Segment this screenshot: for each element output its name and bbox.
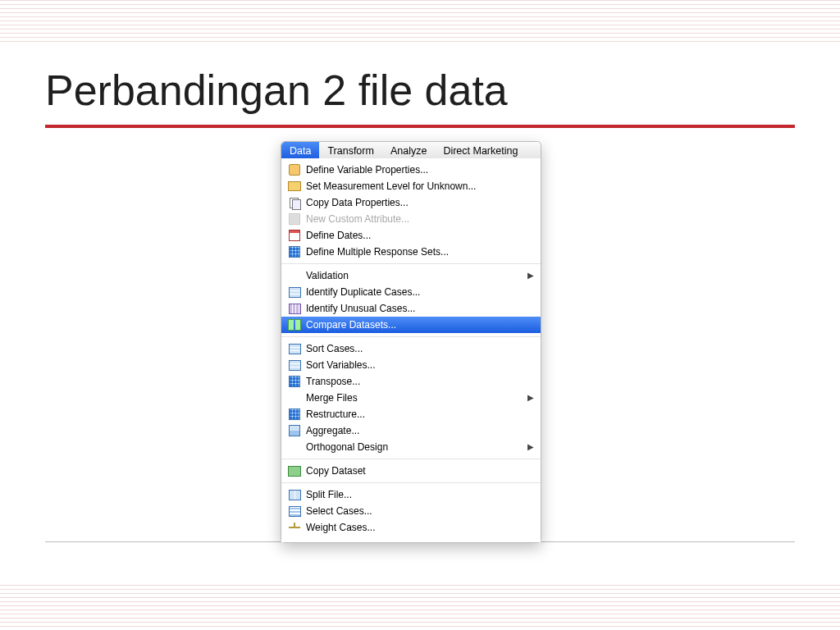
menu-item-restructure[interactable]: Restructure...: [281, 406, 541, 422]
box-icon: [288, 163, 301, 176]
menu-item-new-custom-attribute: New Custom Attribute...: [281, 211, 541, 227]
menu-item-identify-duplicate-cases[interactable]: Identify Duplicate Cases...: [281, 284, 541, 300]
grid-icon: [288, 245, 301, 258]
decorative-hatch-top: [0, 0, 840, 45]
spread-icon: [288, 342, 301, 355]
split-icon: [288, 488, 301, 501]
menu-item-label: Validation: [306, 270, 524, 281]
menu-item-split-file[interactable]: Split File...: [281, 486, 541, 503]
menu-item-define-multiple-response-sets[interactable]: Define Multiple Response Sets...: [281, 244, 541, 260]
menu-item-label: Define Multiple Response Sets...: [306, 246, 524, 258]
menubar-item-analyze[interactable]: Analyze: [382, 142, 435, 158]
menu-item-label: Split File...: [306, 489, 524, 500]
menu-item-copy-data-properties[interactable]: Copy Data Properties...: [281, 194, 541, 211]
menu-item-label: Define Variable Properties...: [306, 164, 524, 176]
menu-item-label: Sort Cases...: [306, 343, 524, 354]
menu-item-label: Identify Duplicate Cases...: [306, 286, 524, 298]
bars-icon: [288, 302, 301, 315]
menu-item-label: Aggregate...: [306, 425, 524, 436]
chevron-right-icon: ▶: [527, 442, 534, 451]
menu-item-define-dates[interactable]: Define Dates...: [281, 227, 541, 244]
grid-icon: [288, 408, 301, 421]
data-dropdown-menu: Define Variable Properties...Set Measure…: [281, 158, 541, 542]
menubar-item-direct-marketing[interactable]: Direct Marketing: [435, 142, 526, 158]
menu-item-label: Copy Dataset: [306, 465, 524, 477]
menu-item-weight-cases[interactable]: Weight Cases...: [281, 519, 541, 536]
grid-icon: [288, 375, 301, 388]
menu-item-orthogonal-design[interactable]: Orthogonal Design▶: [281, 439, 541, 455]
menu-item-merge-files[interactable]: Merge Files▶: [281, 390, 541, 406]
menu-item-compare-datasets[interactable]: Compare Datasets...: [281, 317, 541, 333]
copyds-icon: [288, 464, 301, 477]
menu-item-validation[interactable]: Validation▶: [281, 267, 541, 284]
copy-icon: [288, 196, 301, 209]
menu-separator: [281, 263, 541, 264]
menubar-item-data[interactable]: Data: [281, 142, 319, 158]
weight-icon: [288, 521, 301, 534]
decorative-hatch-bottom: [0, 585, 840, 630]
menu-item-label: Define Dates...: [306, 230, 524, 241]
ruler-icon: [288, 180, 301, 193]
menu-separator: [281, 482, 541, 483]
slide-title: Perbandingan 2 file data: [45, 66, 508, 115]
spread-icon: [288, 358, 301, 372]
spread-icon: [288, 285, 301, 299]
menu-item-set-measurement-level-for-unknown[interactable]: Set Measurement Level for Unknown...: [281, 178, 541, 194]
spss-menu-screenshot: DataTransformAnalyzeDirect Marketing Def…: [281, 141, 541, 543]
menu-item-select-cases[interactable]: Select Cases...: [281, 503, 541, 519]
chevron-right-icon: ▶: [527, 271, 534, 280]
slide: Perbandingan 2 file data DataTransformAn…: [0, 0, 840, 630]
menu-item-sort-cases[interactable]: Sort Cases...: [281, 340, 541, 357]
menu-item-define-variable-properties[interactable]: Define Variable Properties...: [281, 162, 541, 178]
menu-item-copy-dataset[interactable]: Copy Dataset: [281, 463, 541, 479]
menu-item-label: Orthogonal Design: [306, 441, 524, 453]
chevron-right-icon: ▶: [527, 393, 534, 402]
menu-item-label: Restructure...: [306, 409, 524, 420]
compare-icon: [288, 318, 301, 331]
dim-icon: [288, 212, 301, 226]
menu-item-label: Compare Datasets...: [306, 319, 524, 331]
menu-item-sort-variables[interactable]: Sort Variables...: [281, 357, 541, 373]
menubar-item-transform[interactable]: Transform: [319, 142, 382, 158]
menu-item-transpose[interactable]: Transpose...: [281, 373, 541, 390]
menu-item-label: Weight Cases...: [306, 522, 524, 533]
select-icon: [288, 504, 301, 518]
calendar-icon: [288, 229, 301, 242]
menubar: DataTransformAnalyzeDirect Marketing: [281, 142, 541, 158]
menu-item-aggregate[interactable]: Aggregate...: [281, 422, 541, 439]
menu-item-label: Identify Unusual Cases...: [306, 303, 524, 314]
menu-separator: [281, 459, 541, 459]
menu-item-label: Sort Variables...: [306, 359, 524, 371]
menu-item-label: New Custom Attribute...: [306, 213, 524, 225]
menu-item-label: Transpose...: [306, 376, 524, 387]
menu-item-label: Set Measurement Level for Unknown...: [306, 180, 524, 192]
menu-item-label: Merge Files: [306, 392, 524, 404]
agg-icon: [288, 424, 301, 437]
menu-item-label: Select Cases...: [306, 505, 524, 517]
menu-item-label: Copy Data Properties...: [306, 197, 524, 208]
menu-separator: [281, 336, 541, 337]
menu-item-identify-unusual-cases[interactable]: Identify Unusual Cases...: [281, 300, 541, 317]
title-underline: [45, 125, 795, 128]
